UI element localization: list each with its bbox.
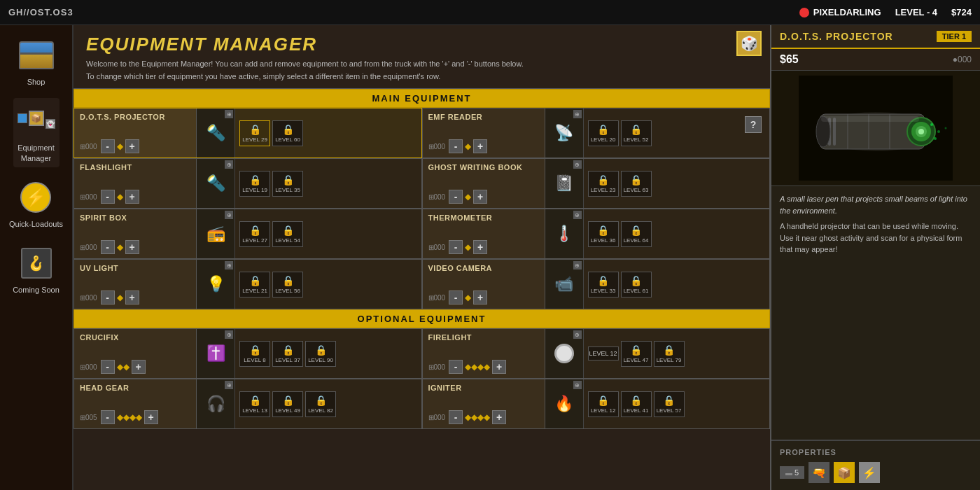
sidebar-item-coming-soon[interactable]: 🪝 Coming Soon	[8, 240, 64, 299]
equip-thumb-spirit-box: 📻 ⊕	[197, 209, 235, 258]
tier-slot-thermometer-1[interactable]: 🔒 LEVEL 36	[588, 221, 619, 247]
thumb-corner-uv-light: ⊕	[225, 261, 233, 270]
sidebar-item-shop[interactable]: Shop	[13, 32, 59, 91]
equip-name-flashlight: FLASHLIGHT	[80, 163, 190, 172]
equip-minus-uv-light[interactable]: -	[101, 290, 115, 304]
equip-plus-emf[interactable]: +	[473, 139, 487, 153]
equip-count-thermometer: ⊞000	[428, 244, 446, 251]
tier-slot-firelight-3[interactable]: 🔒 LEVEL 79	[654, 341, 685, 367]
tier-slot-igniter-1[interactable]: 🔒 LEVEL 12	[588, 391, 619, 417]
equip-row-dots-projector[interactable]: D.O.T.S. PROJECTOR ⊞000 - ◆ + 🔦 ⊕	[74, 108, 422, 158]
equip-plus-dots[interactable]: +	[125, 139, 139, 153]
tier-slot-head-gear-3[interactable]: 🔒 LEVEL 82	[305, 391, 336, 417]
equip-plus-flashlight[interactable]: +	[125, 190, 139, 204]
equip-row-crucifix[interactable]: CRUCIFIX ⊞000 - ◆◆ + ✝️ ⊕	[74, 328, 422, 379]
tier-slot-flashlight-2[interactable]: 🔒 LEVEL 35	[272, 171, 303, 197]
tier-level-video-camera-2: LEVEL 61	[624, 288, 649, 294]
equip-controls-flashlight: ⊞000 - ◆ +	[80, 190, 190, 204]
equip-plus-thermometer[interactable]: +	[473, 240, 487, 254]
equip-row-igniter[interactable]: IGNITER ⊞000 - ◆◆◆◆ + 🔥 ⊕	[422, 379, 771, 429]
equip-row-emf[interactable]: EMF READER ⊞000 - ◆ + 📡 ⊕	[422, 108, 771, 158]
equip-row-head-gear[interactable]: HEAD GEAR ⊞005 - ◆◆◆◆ + 🎧 ⊕	[74, 379, 422, 429]
equip-thumb-igniter: 🔥 ⊕	[545, 379, 584, 428]
equip-plus-crucifix[interactable]: +	[132, 360, 146, 374]
equip-plus-ghost-writing[interactable]: +	[473, 190, 487, 204]
equip-row-spirit-box[interactable]: SPIRIT BOX ⊞000 - ◆ + 📻 ⊕	[74, 209, 422, 259]
equip-name-col-ghost-writing: GHOST WRITING BOOK ⊞000 - ◆ +	[423, 159, 545, 208]
tier-slot-igniter-2[interactable]: 🔒 LEVEL 41	[621, 391, 652, 417]
equip-thumb-flashlight: 🔦 ⊕	[197, 159, 235, 208]
tier-slot-flashlight-1[interactable]: 🔒 LEVEL 19	[239, 171, 270, 197]
tier-slot-video-camera-1[interactable]: 🔒 LEVEL 33	[588, 272, 619, 298]
tier-slot-crucifix-1[interactable]: 🔒 LEVEL 8	[239, 341, 270, 367]
detail-price: $65	[780, 53, 799, 66]
equip-tiers-firelight: LEVEL 12 🔒 LEVEL 47 🔒 LEVEL 79	[584, 329, 689, 378]
equip-plus-head-gear[interactable]: +	[144, 410, 158, 424]
equip-row-video-camera[interactable]: VIDEO CAMERA ⊞000 - ◆ + 📹 ⊕	[422, 259, 771, 309]
tier-slot-dots-1[interactable]: 🔒 LEVEL 29	[239, 120, 270, 146]
equip-count-spirit-box: ⊞000	[80, 244, 97, 251]
sidebar-label-coming-soon: Coming Soon	[13, 285, 59, 295]
equip-count-dots: ⊞000	[80, 143, 97, 150]
equip-minus-video-camera[interactable]: -	[449, 290, 463, 304]
equip-row-ghost-writing[interactable]: GHOST WRITING BOOK ⊞000 - ◆ + 📓 ⊕	[422, 158, 771, 209]
tier-slot-crucifix-3[interactable]: 🔒 LEVEL 90	[305, 341, 336, 367]
tier-slot-emf-2[interactable]: 🔒 LEVEL 52	[621, 120, 652, 146]
equip-minus-flashlight[interactable]: -	[101, 190, 115, 204]
tier-slot-firelight-1[interactable]: LEVEL 12	[588, 346, 619, 360]
player-status-dot	[799, 8, 809, 18]
equip-plus-igniter[interactable]: +	[492, 410, 506, 424]
tier-slot-emf-1[interactable]: 🔒 LEVEL 20	[588, 120, 619, 146]
tier-slot-uv-light-2[interactable]: 🔒 LEVEL 56	[272, 272, 303, 298]
equip-plus-video-camera[interactable]: +	[473, 290, 487, 304]
equip-minus-ghost-writing[interactable]: -	[449, 190, 463, 204]
equip-minus-spirit-box[interactable]: -	[101, 240, 115, 254]
tier-slot-ghost-writing-1[interactable]: 🔒 LEVEL 23	[588, 171, 619, 197]
equip-diamond-thermometer: ◆	[465, 242, 471, 252]
equip-row-firelight[interactable]: FIRELIGHT ⊞000 - ◆◆◆◆ + ⊕	[422, 328, 771, 379]
sidebar-item-quick-loadouts[interactable]: ⚡ Quick-Loadouts	[5, 174, 67, 233]
equipment-area[interactable]: MAIN EQUIPMENT D.O.T.S. PROJECTOR ⊞000 -…	[74, 89, 770, 490]
help-button[interactable]: ?	[745, 116, 762, 133]
tier-slot-video-camera-2[interactable]: 🔒 LEVEL 61	[621, 272, 652, 298]
tier-slot-spirit-box-1[interactable]: 🔒 LEVEL 27	[239, 221, 270, 247]
equip-tiers-emf: 🔒 LEVEL 20 🔒 LEVEL 52	[584, 108, 656, 158]
tier-slot-spirit-box-2[interactable]: 🔒 LEVEL 54	[272, 221, 303, 247]
equip-minus-head-gear[interactable]: -	[101, 410, 115, 424]
tier-slot-igniter-3[interactable]: 🔒 LEVEL 57	[654, 391, 685, 417]
equip-plus-uv-light[interactable]: +	[125, 290, 139, 304]
equip-minus-igniter[interactable]: -	[449, 410, 463, 424]
tier-slot-thermometer-2[interactable]: 🔒 LEVEL 64	[621, 221, 652, 247]
tier-slot-firelight-2[interactable]: 🔒 LEVEL 47	[621, 341, 652, 367]
equip-minus-dots[interactable]: -	[101, 139, 115, 153]
tier-slot-dots-2[interactable]: 🔒 LEVEL 60	[272, 120, 303, 146]
equip-tiers-flashlight: 🔒 LEVEL 19 🔒 LEVEL 35	[235, 159, 307, 208]
equip-row-flashlight[interactable]: FLASHLIGHT ⊞000 - ◆ + 🔦 ⊕	[74, 158, 422, 209]
equip-minus-emf[interactable]: -	[449, 139, 463, 153]
equip-minus-firelight[interactable]: -	[449, 360, 463, 374]
tier-slot-head-gear-1[interactable]: 🔒 LEVEL 13	[239, 391, 270, 417]
equip-count-video-camera: ⊞000	[428, 294, 446, 302]
equip-plus-firelight[interactable]: +	[492, 360, 506, 374]
tier-slot-crucifix-2[interactable]: 🔒 LEVEL 37	[272, 341, 303, 367]
equip-plus-spirit-box[interactable]: +	[125, 240, 139, 254]
equip-minus-crucifix[interactable]: -	[101, 360, 115, 374]
equip-name-dots: D.O.T.S. PROJECTOR	[80, 113, 190, 121]
equip-row-thermometer[interactable]: THERMOMETER ⊞000 - ◆ + 🌡️ ⊕	[422, 209, 771, 259]
equip-tiers-head-gear: 🔒 LEVEL 13 🔒 LEVEL 49 🔒 LEVEL 82	[235, 379, 340, 428]
equip-thumb-dots: 🔦 ⊕	[197, 108, 235, 158]
firelight-circle-indicator	[554, 344, 574, 363]
tier-slot-ghost-writing-2[interactable]: 🔒 LEVEL 63	[621, 171, 652, 197]
cube-button[interactable]: 🎲	[736, 31, 762, 56]
detail-description: A small laser pen that projects small be…	[771, 186, 980, 440]
main-equipment-grid: D.O.T.S. PROJECTOR ⊞000 - ◆ + 🔦 ⊕	[74, 108, 770, 309]
optional-equipment-header: OPTIONAL EQUIPMENT	[74, 309, 770, 328]
lock-icon: 🔒	[249, 344, 261, 356]
sidebar-item-equipment-manager[interactable]: 📦 👻 EquipmentManager	[13, 98, 59, 167]
equip-row-uv-light[interactable]: UV LIGHT ⊞000 - ◆ + 💡 ⊕	[74, 259, 422, 309]
equip-minus-thermometer[interactable]: -	[449, 240, 463, 254]
tier-slot-head-gear-2[interactable]: 🔒 LEVEL 49	[272, 391, 303, 417]
player-level: LEVEL - 4	[895, 7, 937, 18]
tier-slot-uv-light-1[interactable]: 🔒 LEVEL 21	[239, 272, 270, 298]
equip-thumb-emf: 📡 ⊕	[545, 108, 584, 158]
